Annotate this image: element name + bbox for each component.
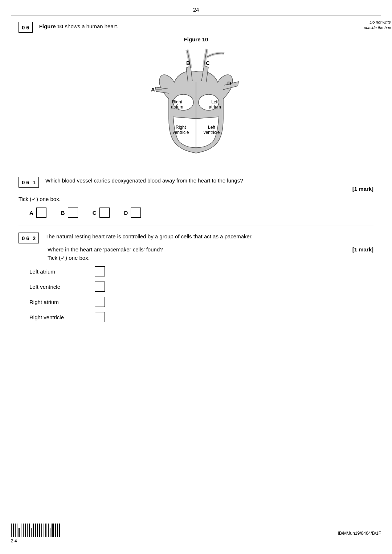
label-d: D — [227, 80, 231, 86]
bar — [14, 524, 15, 537]
q06-2-label-right-atrium: Right atrium — [29, 299, 87, 305]
q06-2-question2-container: Where in the heart are 'pacemaker cells'… — [48, 246, 373, 253]
option-b-box[interactable] — [68, 208, 78, 218]
bar — [37, 524, 38, 537]
q06-2-label-left-atrium: Left atrium — [29, 268, 87, 275]
bar — [33, 524, 34, 537]
bar — [32, 524, 32, 537]
option-c-box[interactable] — [99, 208, 110, 218]
bar — [41, 524, 41, 537]
bar — [35, 524, 36, 537]
right-ventricle-label2: ventricle — [173, 130, 189, 135]
q06-2-box-left-ventricle[interactable] — [95, 282, 105, 292]
bar — [45, 524, 46, 537]
option-d: D — [124, 208, 141, 218]
label-c: C — [206, 60, 210, 66]
bar — [29, 524, 30, 537]
q06-2-label-right-ventricle: Right ventricle — [29, 314, 87, 320]
q06-1-question: Which blood vessel carries deoxygenated … — [45, 177, 243, 184]
barcode-image — [11, 523, 60, 537]
option-b-label: B — [61, 210, 65, 216]
bar — [58, 524, 59, 537]
left-atrium-label: Left — [211, 99, 219, 104]
q06-1-text: Which blood vessel carries deoxygenated … — [45, 177, 373, 193]
q06-figure-rest: shows a human heart. — [65, 23, 119, 29]
bar — [19, 528, 20, 537]
bar — [56, 524, 57, 537]
q06-2-box-left-atrium[interactable] — [95, 266, 105, 276]
bar — [17, 524, 17, 537]
q06-1-digit3: 1 — [32, 179, 36, 185]
bar — [28, 524, 29, 537]
q06-2-digit1: 0 — [21, 235, 25, 241]
q06-1-section: 0 6 1 Which blood vessel carries deoxyge… — [19, 177, 373, 218]
q06-2-question2: Where in the heart are 'pacemaker cells'… — [48, 246, 163, 253]
q06-2-option-right-ventricle: Right ventricle — [29, 312, 373, 322]
bar — [24, 524, 24, 537]
q06-2-box-right-ventricle[interactable] — [95, 312, 105, 322]
bar — [52, 524, 53, 537]
bar — [31, 528, 32, 537]
bar — [59, 524, 60, 537]
q06-2-label-left-ventricle: Left ventricle — [29, 284, 87, 290]
q06-question-text: Figure 10 shows a human heart. — [39, 22, 118, 31]
bar — [49, 524, 49, 537]
bar — [44, 524, 44, 537]
q06-2-header: 0 6 2 The natural resting heart rate is … — [19, 233, 373, 243]
bar — [38, 524, 39, 537]
q06-2-tick-instruction: Tick (✓) one box. — [48, 255, 373, 261]
bar — [57, 524, 58, 537]
bar — [16, 528, 16, 537]
option-b: B — [61, 208, 78, 218]
option-c: C — [93, 208, 110, 218]
right-ventricle-label: Right — [176, 125, 186, 130]
q06-2-digit3: 2 — [32, 235, 36, 241]
bar — [47, 524, 48, 537]
option-c-label: C — [93, 210, 97, 216]
bar — [36, 524, 37, 537]
left-ventricle-label: Left — [208, 125, 216, 130]
bar — [13, 524, 14, 537]
q06-2-box-right-atrium[interactable] — [95, 297, 105, 307]
q06-2-mark: [1 mark] — [352, 246, 373, 253]
bar — [27, 524, 28, 537]
exam-code: IB/M/Jun19/8464/B/1F — [338, 531, 381, 536]
q06-2-digit2: 6 — [25, 235, 30, 241]
bar — [41, 524, 42, 537]
right-atrium-label2: atrium — [171, 104, 183, 110]
left-atrium-label2: atrium — [209, 104, 221, 110]
q06-1-header: 0 6 1 Which blood vessel carries deoxyge… — [19, 177, 373, 193]
option-d-box[interactable] — [131, 208, 141, 218]
q06-2-option-right-atrium: Right atrium — [29, 297, 373, 307]
q06-number-box: 0 6 — [19, 22, 33, 33]
q06-2-section: 0 6 2 The natural resting heart rate is … — [19, 233, 373, 322]
option-d-label: D — [124, 210, 128, 216]
section-divider — [19, 226, 373, 226]
bar — [42, 528, 43, 537]
bar — [18, 524, 18, 537]
q06-header: 0 6 Figure 10 shows a human heart. — [19, 22, 373, 33]
heart-diagram-container: B C A — D Right atrium Left atrium Right… — [19, 46, 373, 169]
bar — [26, 528, 26, 537]
bar — [50, 528, 50, 537]
q06-1-options: A B C D — [29, 208, 373, 218]
q06-2-option-left-ventricle: Left ventricle — [29, 282, 373, 292]
bar — [15, 524, 16, 537]
right-atrium-label: Right — [172, 99, 183, 104]
left-ventricle-label2: ventricle — [204, 130, 220, 135]
figure-10-title: Figure 10 — [19, 36, 373, 42]
q06-2-question: The natural resting heart rate is contro… — [45, 233, 253, 239]
label-b: B — [186, 60, 190, 66]
bar — [54, 524, 55, 537]
bar — [39, 524, 40, 537]
option-a-box[interactable] — [36, 208, 46, 218]
barcode-number: 2 4 — [11, 538, 17, 543]
q06-2-text: The natural resting heart rate is contro… — [45, 233, 373, 241]
q06-1-mark: [1 mark] — [45, 185, 373, 193]
bar — [12, 524, 12, 537]
main-content-border: Do not write outside the box 0 6 Figure … — [11, 16, 381, 516]
q06-digit2: 6 — [25, 24, 30, 30]
bar — [53, 524, 54, 537]
q06-1-tick-instruction: Tick (✓) one box. — [19, 196, 373, 202]
bar — [51, 524, 51, 537]
